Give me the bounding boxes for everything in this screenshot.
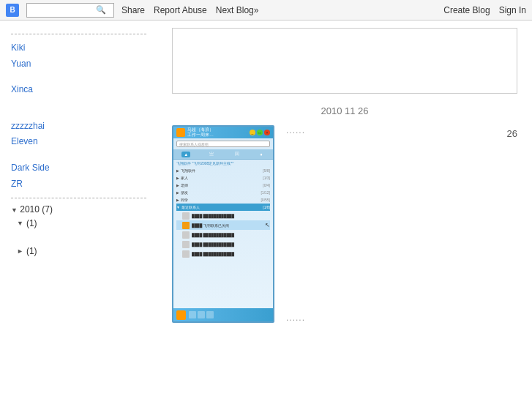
post-header-row: ...... 26 xyxy=(286,125,517,139)
qq-contact-name-4: ████ ████████████ xyxy=(192,252,270,256)
qq-contact-info-1: ████ 飞羽联系已关闭 xyxy=(192,223,263,228)
qq-group-count-2: [0/4] xyxy=(263,183,270,187)
qq-group-0[interactable]: ▶ 飞翔软件 [5/8] xyxy=(176,167,270,174)
qq-close-btn[interactable]: × xyxy=(264,130,270,135)
sidebar-link-yuan[interactable]: Yuan xyxy=(11,56,146,72)
dots-top: ...... xyxy=(286,125,305,135)
qq-group-label-3: 朋友 xyxy=(181,190,259,195)
post-screenshot[interactable]: 马超（海浪） 工作一周来… _ □ × 搜索联系人或群组 xyxy=(172,125,274,323)
qq-group-4[interactable]: ▶ 同学 [0/55] xyxy=(176,196,270,204)
qq-bottom-icon-1[interactable] xyxy=(198,311,205,318)
year-toggle[interactable]: ▼ xyxy=(11,206,18,214)
qq-tab-1[interactable]: 亗 xyxy=(207,150,216,158)
qq-tab-3[interactable]: ♦ xyxy=(258,152,265,157)
sidebar-link-darkside[interactable]: Dark Side xyxy=(11,160,146,176)
qq-contact-info-3: ████ ████████████ xyxy=(192,242,270,247)
qq-controls: _ □ × xyxy=(250,130,270,135)
sidebar-link-zr[interactable]: ZR xyxy=(11,176,146,193)
sidebar-link-xinca[interactable]: Xinca xyxy=(11,82,146,98)
qq-group-count-4: [0/55] xyxy=(261,198,270,202)
qq-group-arrow-5: ▼ xyxy=(176,205,180,209)
qq-contact-1[interactable]: ████ 飞羽联系已关闭 ↖ xyxy=(176,220,270,230)
sidebar-top-divider xyxy=(11,34,146,34)
search-input[interactable] xyxy=(30,6,96,15)
qq-contact-4[interactable]: ████ ████████████ xyxy=(176,249,270,258)
qq-contact-info-2: ████ ████████████ xyxy=(192,233,270,237)
qq-group-label-0: 飞翔软件 xyxy=(181,168,261,173)
qq-contact-3[interactable]: ████ ████████████ xyxy=(176,239,270,249)
qq-search-text: 搜索联系人或群组 xyxy=(179,142,209,146)
sidebar-link-eleven[interactable]: Eleven xyxy=(11,134,146,150)
qq-maximize-btn[interactable]: □ xyxy=(257,130,263,135)
qq-bottom-icon-0[interactable] xyxy=(189,311,196,318)
qq-group-3[interactable]: ▶ 朋友 [1/12] xyxy=(176,189,270,196)
qq-contact-0[interactable]: ████ ████████████ xyxy=(176,211,270,220)
qq-contact-avatar-3 xyxy=(182,241,190,248)
sidebar-mid-divider xyxy=(11,198,146,198)
qq-group-5[interactable]: ▼ 最近联系人 [1/8] xyxy=(176,204,270,211)
qq-my-avatar xyxy=(176,310,186,320)
month-other-toggle[interactable]: ► xyxy=(17,245,23,258)
qq-bottombar xyxy=(173,308,273,321)
sign-in-link[interactable]: Sign In xyxy=(499,5,526,15)
month-nov-toggle[interactable]: ▼ xyxy=(17,217,23,230)
qq-contact-info-4: ████ ████████████ xyxy=(192,252,270,256)
share-link[interactable]: Share xyxy=(121,5,145,15)
qq-group-count-0: [5/8] xyxy=(263,168,270,173)
cursor-icon: ↖ xyxy=(265,222,270,228)
qq-group-label-4: 同学 xyxy=(181,198,259,202)
sidebar-month-other: ► (1) xyxy=(17,242,146,260)
qq-tab-0[interactable]: ▲ xyxy=(181,152,190,157)
qq-group-arrow-3: ▶ xyxy=(176,190,179,195)
create-blog-link[interactable]: Create Blog xyxy=(443,5,490,15)
search-box[interactable]: 🔍 xyxy=(26,3,114,18)
qq-group-label-5: 最近联系人 xyxy=(181,205,261,209)
qq-group-arrow-2: ▶ xyxy=(176,183,179,187)
sidebar-archive-year: ▼ 2010 (7) xyxy=(11,204,146,215)
content-area: 2010 11 26 马超（海浪） 工作一周来… _ □ xyxy=(157,20,532,387)
report-abuse-link[interactable]: Report Abuse xyxy=(154,5,207,15)
qq-titlebar: 马超（海浪） 工作一周来… _ □ × xyxy=(173,127,273,138)
banner xyxy=(172,28,517,94)
month-nov-count: (1) xyxy=(26,215,37,232)
qq-contact-name-3: ████ ████████████ xyxy=(192,242,270,247)
qq-contact-avatar-4 xyxy=(182,250,190,258)
qq-group-arrow-4: ▶ xyxy=(176,198,179,202)
navbar: B 🔍 Share Report Abuse Next Blog» Create… xyxy=(0,0,532,20)
qq-group-count-1: [1/3] xyxy=(263,176,270,180)
qq-contact-2[interactable]: ████ ████████████ xyxy=(176,230,270,239)
qq-tabs: ▲ 亗 回 ♦ xyxy=(173,149,273,160)
sidebar-links-section: Kiki Yuan Xinca zzzzzhai Eleven Dark Sid… xyxy=(11,40,146,192)
right-links: Create Blog Sign In xyxy=(443,5,526,15)
qq-group-1[interactable]: ▶ 家人 [1/3] xyxy=(176,174,270,182)
post-row: 马超（海浪） 工作一周来… _ □ × 搜索联系人或群组 xyxy=(172,125,517,323)
date-header: 2010 11 26 xyxy=(172,105,517,116)
sidebar-link-zhai[interactable]: zzzzzhai xyxy=(11,119,146,135)
qq-contact-name-1: ████ 飞羽联系已关闭 xyxy=(192,223,263,228)
sidebar-month-nov: ▼ (1) xyxy=(17,215,146,232)
qq-group-label-1: 家人 xyxy=(181,176,261,180)
sidebar-link-kiki[interactable]: Kiki xyxy=(11,40,146,56)
qq-tab-2[interactable]: 回 xyxy=(233,150,241,158)
nav-links: Share Report Abuse Next Blog» xyxy=(121,5,258,15)
qq-group-arrow-1: ▶ xyxy=(176,176,179,180)
qq-title-text: 马超（海浪） 工作一周来… xyxy=(187,127,247,138)
archive-year-count: 7 xyxy=(45,204,50,215)
qq-group-label-2: 老师 xyxy=(181,183,261,187)
qq-group-count-5: [1/8] xyxy=(263,205,270,209)
qq-group-arrow-0: ▶ xyxy=(176,168,179,173)
qq-contact-avatar-1 xyxy=(182,222,190,229)
qq-search[interactable]: 搜索联系人或群组 xyxy=(176,141,270,147)
qq-contact-name-0: ████ ████████████ xyxy=(192,214,270,218)
qq-bottom-icon-2[interactable] xyxy=(206,311,214,318)
qq-online-label: 飞翔软件 "飞羽2008定见新拜主线** xyxy=(176,161,270,165)
qq-content: 飞翔软件 "飞羽2008定见新拜主线** ▶ 飞翔软件 [5/8] ▶ 家人 [… xyxy=(173,160,273,260)
qq-group-2[interactable]: ▶ 老师 [0/4] xyxy=(176,182,270,189)
qq-contact-avatar-0 xyxy=(182,212,190,220)
qq-minimize-btn[interactable]: _ xyxy=(250,130,255,135)
qq-bottom-icons xyxy=(189,311,214,318)
post-day: 26 xyxy=(305,128,517,139)
sidebar: Kiki Yuan Xinca zzzzzhai Eleven Dark Sid… xyxy=(0,20,157,387)
qq-contact-avatar-2 xyxy=(182,231,190,239)
next-blog-link[interactable]: Next Blog» xyxy=(216,5,259,15)
